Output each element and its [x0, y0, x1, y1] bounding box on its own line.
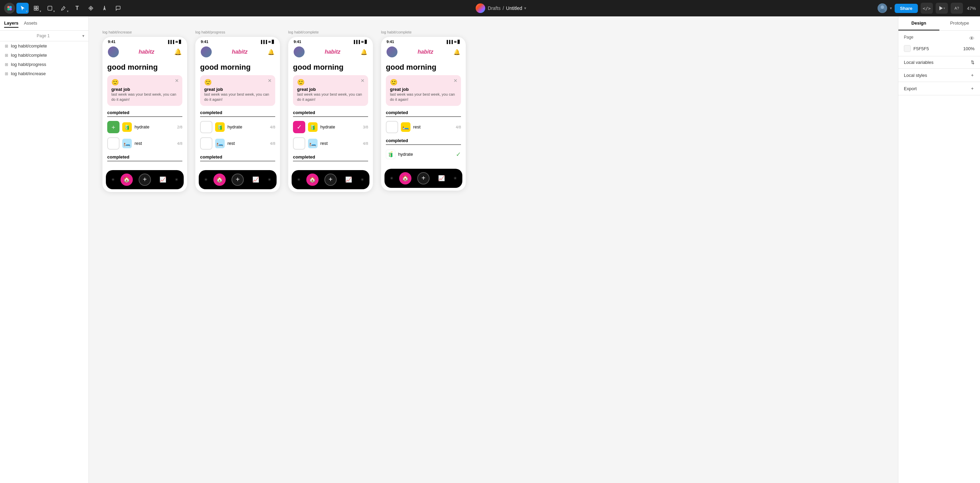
bell-icon-2[interactable]: 🔔 [268, 49, 275, 55]
phone-frame-4[interactable]: 9:41 ▐▐▐≋▊ habitz 🔔 good morning ✕ [381, 37, 466, 191]
svg-marker-10 [90, 7, 92, 9]
habit-rest-4: 🛏️ rest 4/8 [386, 119, 461, 135]
habit-name-rest-3: rest [320, 141, 360, 146]
stats-btn-2[interactable]: 📈 [250, 174, 262, 186]
habit-check-hydrate-2[interactable] [200, 121, 212, 133]
habit-rest-1: 🛏️ rest 4/8 [107, 135, 182, 151]
phone-frame-2[interactable]: 9:41 ▐▐▐≋▊ habitz 🔔 good morning ✕ [195, 37, 280, 192]
components-tool[interactable] [85, 3, 97, 14]
habit-count-rest-2: 4/8 [270, 142, 275, 145]
notif-emoji-2: 🙂 [204, 78, 271, 86]
local-variables-icon[interactable]: ⇅ [971, 60, 975, 65]
shape-tool[interactable]: ▾ [44, 3, 56, 14]
status-icons-2: ▐▐▐≋▊ [260, 40, 275, 44]
sparkle-left-2: ✳ [204, 177, 208, 182]
page-color-value[interactable]: F5F5F5 [913, 46, 929, 51]
user-avatar[interactable] [878, 3, 887, 13]
move-tool[interactable]: ▾ [16, 3, 29, 14]
habit-name-rest-2: rest [228, 141, 267, 146]
visibility-icon[interactable]: 👁 [969, 35, 975, 41]
local-styles-add-icon[interactable]: ＋ [970, 72, 975, 78]
sparkle-right-1: ✳ [175, 177, 178, 182]
page-opacity-value[interactable]: 100% [963, 46, 975, 51]
phone-frame-3[interactable]: 9:41 ▐▐▐≋▊ habitz 🔔 good morning ✕ [288, 37, 373, 192]
phone-frame-1[interactable]: 9:41 ▐▐▐ ≋ ▊ habitz 🔔 good morning [102, 37, 187, 192]
page-selector[interactable]: Page 1 ▾ [0, 31, 88, 41]
code-view-button[interactable]: </> [921, 3, 933, 14]
main-menu-button[interactable] [4, 3, 15, 14]
local-styles-label[interactable]: Local styles [904, 73, 927, 78]
avatar-dropdown[interactable]: ▾ [890, 6, 892, 11]
layer-item[interactable]: ⊞ log habit/progress [0, 60, 88, 69]
close-notif-3[interactable]: ✕ [361, 78, 365, 83]
present-button[interactable]: ▾ [935, 3, 948, 14]
share-button[interactable]: Share [895, 4, 918, 13]
page-dropdown-icon[interactable]: ▾ [82, 33, 84, 38]
close-notif-2[interactable]: ✕ [268, 78, 272, 83]
zoom-label[interactable]: 47% [967, 6, 976, 11]
add-btn-2[interactable]: + [232, 174, 244, 186]
home-btn-2[interactable]: 🏠 [213, 174, 226, 186]
habit-rest-2: 🛏️ rest 4/8 [200, 135, 275, 151]
section2-3: completed [293, 155, 368, 161]
close-notif-4[interactable]: ✕ [453, 78, 458, 83]
habit-add-btn-1[interactable]: ＋ [107, 121, 119, 133]
home-btn-1[interactable]: 🏠 [121, 174, 133, 186]
layer-item[interactable]: ⊞ log habit/complete [0, 41, 88, 51]
file-title[interactable]: Untitled [506, 5, 522, 11]
page-section-title: Page [904, 35, 913, 40]
stats-btn-1[interactable]: 📈 [157, 174, 169, 186]
pen-tool[interactable]: ▾ [57, 3, 70, 14]
layers-tab[interactable]: Layers [4, 19, 18, 28]
comment-tool[interactable] [112, 3, 124, 14]
habit-check-rest-4[interactable] [386, 121, 398, 133]
add-btn-3[interactable]: + [325, 174, 337, 186]
bell-icon-4[interactable]: 🔔 [453, 49, 460, 55]
notif-title-3: great job [297, 87, 364, 92]
export-label[interactable]: Export [904, 86, 917, 91]
export-row: Export ＋ [898, 82, 980, 95]
habit-check-hydrate-3[interactable]: ✓ [293, 121, 305, 133]
right-panel: Design Prototype Page 👁 F5F5F5 100% Loca… [898, 16, 980, 483]
notif-emoji-1: 🙂 [111, 78, 178, 86]
hand-tool[interactable] [98, 3, 111, 14]
status-icons-4: ▐▐▐≋▊ [445, 40, 460, 44]
title-dropdown-icon[interactable]: ▾ [524, 6, 526, 11]
assets-tab[interactable]: Assets [24, 19, 37, 28]
time-3: 9:41 [294, 40, 301, 44]
habit-check-rest-1[interactable] [107, 137, 119, 150]
habit-check-rest-3[interactable] [293, 137, 305, 150]
text-tool[interactable]: T [71, 3, 83, 14]
habit-icon-rest-4: 🛏️ [401, 122, 410, 132]
svg-rect-7 [37, 8, 38, 10]
layer-item[interactable]: ⊞ log habit/complete [0, 51, 88, 60]
sparkle-right-3: ✳ [361, 177, 364, 182]
drafts-label[interactable]: Drafts [488, 5, 501, 11]
prototype-tab[interactable]: Prototype [939, 16, 980, 30]
add-btn-1[interactable]: + [138, 174, 151, 186]
canvas[interactable]: log habit/increase 9:41 ▐▐▐ ≋ ▊ habitz 🔔 [89, 16, 898, 483]
section2-2: completed [200, 155, 275, 161]
frame-tool[interactable]: ▾ [30, 3, 42, 14]
local-variables-label[interactable]: Local variables [904, 60, 934, 65]
page-color-swatch[interactable] [904, 45, 911, 52]
design-tab[interactable]: Design [898, 16, 939, 30]
add-btn-4[interactable]: + [417, 172, 430, 185]
accessibility-button[interactable]: A? [951, 3, 963, 14]
habit-count-hydrate-1: 2/8 [177, 125, 182, 129]
bell-icon-3[interactable]: 🔔 [361, 49, 368, 55]
home-btn-3[interactable]: 🏠 [306, 174, 318, 186]
habit-check-rest-2[interactable] [200, 137, 212, 150]
bell-icon-1[interactable]: 🔔 [174, 48, 182, 56]
stats-btn-3[interactable]: 📈 [342, 174, 355, 186]
close-notif-1[interactable]: ✕ [175, 78, 179, 83]
notif-text-2: last week was your best week, you can do… [204, 92, 271, 102]
layer-item[interactable]: ⊞ log habit/increase [0, 69, 88, 78]
svg-rect-8 [48, 6, 52, 10]
notification-card-3: ✕ 🙂 great job last week was your best we… [293, 75, 368, 106]
page-color-row: F5F5F5 100% [904, 45, 975, 52]
toolbar-right: ▾ Share </> ▾ A? 47% [878, 3, 976, 14]
home-btn-4[interactable]: 🏠 [399, 172, 412, 185]
stats-btn-4[interactable]: 📈 [435, 172, 448, 185]
export-add-icon[interactable]: ＋ [970, 85, 975, 92]
